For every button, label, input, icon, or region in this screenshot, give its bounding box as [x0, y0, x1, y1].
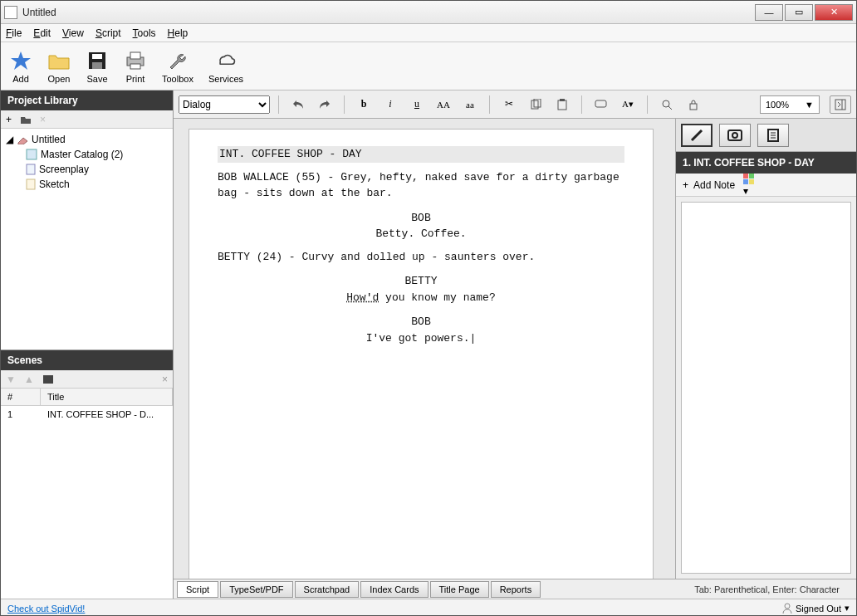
- svg-point-33: [785, 604, 790, 609]
- uppercase-button[interactable]: AA: [433, 95, 454, 114]
- dialog-line[interactable]: How'd you know my name?: [218, 290, 624, 306]
- italic-button[interactable]: i: [380, 95, 401, 114]
- scenes-tools: ▼ ▲ ×: [1, 370, 173, 389]
- signed-out-button[interactable]: Signed Out: [796, 604, 841, 614]
- svg-line-22: [692, 130, 702, 140]
- svg-rect-31: [743, 179, 748, 184]
- save-button[interactable]: Save: [86, 49, 109, 84]
- lock-button[interactable]: [683, 95, 704, 114]
- menu-edit[interactable]: Edit: [33, 27, 51, 39]
- svg-rect-19: [690, 104, 697, 110]
- print-button[interactable]: Print: [124, 49, 147, 84]
- right-panel: 1. INT. COFFEE SHOP - DAY + Add Note ▾: [675, 119, 856, 579]
- menu-script[interactable]: Script: [95, 27, 121, 39]
- scenes-header: Scenes: [1, 350, 173, 370]
- editor-area: Dialog b i u AA aa ✂ A▾ 100%▼: [174, 90, 856, 599]
- character-name[interactable]: BOB: [218, 210, 624, 227]
- tab-scratchpad[interactable]: Scratchpad: [295, 581, 360, 598]
- services-button[interactable]: Services: [208, 49, 243, 84]
- svg-rect-14: [558, 100, 566, 110]
- scene-up-icon[interactable]: ▲: [24, 374, 34, 385]
- scene-close-icon[interactable]: ×: [162, 374, 168, 385]
- zoom-select[interactable]: 100%▼: [760, 95, 820, 114]
- col-title[interactable]: Title: [41, 389, 173, 405]
- menu-view[interactable]: View: [62, 27, 84, 39]
- menu-help[interactable]: Help: [168, 27, 189, 39]
- add-item-icon[interactable]: +: [6, 114, 12, 125]
- script-page[interactable]: INT. COFFEE SHOP - DAY BOB WALLACE (55) …: [189, 129, 654, 579]
- copy-button[interactable]: [525, 95, 546, 114]
- tree-item-catalog[interactable]: Master Catalog (2): [2, 147, 171, 162]
- character-name[interactable]: BOB: [218, 314, 624, 330]
- zoom-value: 100%: [766, 100, 789, 110]
- tab-reports[interactable]: Reports: [491, 581, 541, 598]
- spidvid-link[interactable]: Check out SpidVid!: [7, 604, 85, 614]
- open-label: Open: [48, 74, 71, 84]
- tab-titlepage[interactable]: Title Page: [430, 581, 489, 598]
- window-titlebar: Untitled — ▭ ✕: [1, 1, 856, 24]
- redo-button[interactable]: [314, 95, 335, 114]
- expand-icon[interactable]: ◢: [6, 134, 13, 145]
- dialog-line[interactable]: I've got powers.: [218, 330, 624, 347]
- svg-rect-15: [560, 99, 565, 101]
- open-button[interactable]: Open: [47, 49, 71, 84]
- underline-button[interactable]: u: [406, 95, 428, 114]
- scene-title: INT. COFFEE SHOP - D...: [41, 406, 173, 423]
- delete-item-icon[interactable]: ×: [40, 114, 46, 125]
- star-icon: [9, 49, 32, 72]
- menubar: File Edit View Script Tools Help: [1, 24, 856, 42]
- dropdown-icon[interactable]: ▾: [845, 603, 850, 614]
- bold-button[interactable]: b: [353, 95, 375, 114]
- media-tab[interactable]: [719, 124, 751, 147]
- breakdown-tab[interactable]: [757, 124, 789, 147]
- current-scene-label: 1. INT. COFFEE SHOP - DAY: [676, 152, 856, 174]
- panel-toggle-button[interactable]: [830, 95, 851, 114]
- font-button[interactable]: A▾: [617, 95, 639, 114]
- tree-item-screenplay[interactable]: Screenplay: [2, 162, 171, 177]
- add-button[interactable]: Add: [9, 49, 32, 84]
- notes-tab[interactable]: [681, 124, 713, 147]
- statusbar: Check out SpidVid! Signed Out▾: [1, 599, 856, 616]
- col-num[interactable]: #: [1, 389, 41, 405]
- scene-card-icon[interactable]: [42, 374, 54, 384]
- scene-heading[interactable]: INT. COFFEE SHOP - DAY: [218, 146, 624, 163]
- menu-file[interactable]: File: [6, 27, 22, 39]
- tab-indexcards[interactable]: Index Cards: [360, 581, 428, 598]
- svg-rect-30: [749, 174, 754, 178]
- window-title: Untitled: [22, 7, 753, 18]
- element-type-select[interactable]: Dialog: [179, 95, 270, 114]
- action-line[interactable]: BETTY (24) - Curvy and dolled up - saunt…: [218, 249, 624, 266]
- undo-button[interactable]: [287, 95, 309, 114]
- menu-tools[interactable]: Tools: [133, 27, 156, 39]
- dialog-line[interactable]: Betty. Coffee.: [218, 226, 624, 242]
- format-toolbar: Dialog b i u AA aa ✂ A▾ 100%▼: [174, 90, 856, 119]
- minimize-button[interactable]: —: [755, 4, 783, 21]
- close-button[interactable]: ✕: [815, 4, 853, 21]
- svg-point-24: [732, 133, 737, 138]
- eraser-icon: [17, 134, 28, 144]
- character-name[interactable]: BETTY: [218, 273, 624, 290]
- tab-typeset[interactable]: TypeSet/PDF: [220, 581, 292, 598]
- toolbox-button[interactable]: Toolbox: [162, 49, 193, 84]
- lowercase-button[interactable]: aa: [459, 95, 481, 114]
- editor-scroll[interactable]: INT. COFFEE SHOP - DAY BOB WALLACE (55) …: [174, 119, 675, 579]
- notes-area[interactable]: [681, 202, 851, 574]
- tab-script[interactable]: Script: [177, 581, 218, 598]
- add-note-button[interactable]: + Add Note: [683, 179, 735, 191]
- bottom-tabs: Script TypeSet/PDF Scratchpad Index Card…: [174, 579, 856, 599]
- note-color-picker[interactable]: ▾: [743, 174, 755, 197]
- folder-small-icon[interactable]: [20, 115, 32, 125]
- svg-rect-5: [130, 52, 140, 59]
- scene-row[interactable]: 1 INT. COFFEE SHOP - D...: [1, 406, 173, 423]
- svg-marker-7: [18, 138, 27, 144]
- paste-button[interactable]: [551, 95, 573, 114]
- comment-button[interactable]: [590, 95, 612, 114]
- cut-button[interactable]: ✂: [498, 95, 520, 114]
- maximize-button[interactable]: ▭: [785, 4, 813, 21]
- tree-item-sketch[interactable]: Sketch: [2, 177, 171, 192]
- scene-down-icon[interactable]: ▼: [6, 374, 16, 385]
- action-line[interactable]: BOB WALLACE (55) - Grey, hefty, naked sa…: [218, 169, 624, 202]
- search-button[interactable]: [656, 95, 678, 114]
- tree-item-label: Screenplay: [39, 164, 89, 175]
- tree-root[interactable]: ◢ Untitled: [2, 132, 171, 147]
